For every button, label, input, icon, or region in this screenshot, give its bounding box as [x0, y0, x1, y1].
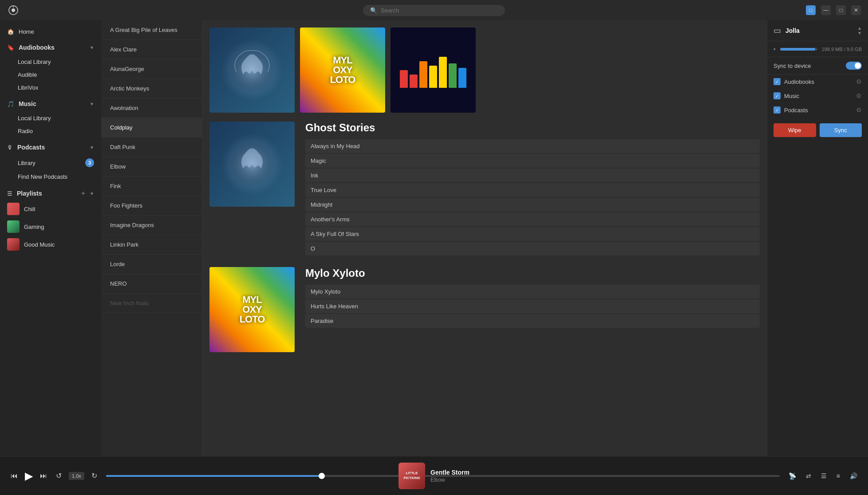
artist-item-alex-clare[interactable]: Alex Clare	[101, 40, 202, 59]
album-thumb-ghost-stories-2[interactable]	[209, 122, 295, 207]
playlist-item-gaming[interactable]: Gaming	[0, 218, 101, 236]
artist-item-imagine-dragons[interactable]: Imagine Dragons	[101, 216, 202, 235]
artist-item-arctic-monkeys[interactable]: Arctic Monkeys	[101, 79, 202, 98]
sidebar-item-find-new-podcasts[interactable]: Find New Podcasts	[18, 170, 101, 183]
now-playing-album-art: LITTLE FICTIONS	[398, 463, 425, 489]
audiobooks-gear-icon[interactable]: ⚙	[856, 78, 862, 85]
sidebar-item-radio[interactable]: Radio	[18, 125, 101, 138]
artist-item-elbow[interactable]: Elbow	[101, 157, 202, 177]
now-playing-artist: Elbow	[430, 477, 470, 483]
repeat-button[interactable]: ↻	[90, 470, 99, 482]
artist-item-alunageorge[interactable]: AlunaGeorge	[101, 59, 202, 79]
player-bar: ⏮ ▶ ⏭ ↺ 1.0x ↻ LITTLE FICTIONS Gentle St…	[0, 456, 868, 495]
sync-button[interactable]: Sync	[820, 123, 862, 137]
device-arrows: ▲ ▼	[857, 26, 862, 35]
music-check[interactable]: ✓	[773, 92, 781, 99]
device-panel-button[interactable]: □	[806, 5, 816, 15]
artist-item-daft-punk[interactable]: Daft Punk	[101, 138, 202, 157]
search-input[interactable]	[381, 7, 498, 14]
cast-button[interactable]: 📡	[787, 471, 798, 481]
ghost-stories-section: Ghost Stories Always in My Head Magic In…	[209, 122, 760, 256]
volume-button[interactable]: 🔊	[848, 471, 859, 481]
sync-to-device-row: Sync to device	[767, 57, 868, 75]
minimize-button[interactable]: —	[821, 5, 831, 15]
album-thumb-xray[interactable]	[391, 28, 476, 113]
artist-item-awolnation[interactable]: Awolnation	[101, 98, 202, 118]
device-header: ▭ Jolla ▲ ▼	[767, 20, 868, 41]
music-label: Music	[19, 100, 85, 107]
artist-item-coldplay[interactable]: Coldplay	[101, 118, 202, 138]
equalizer-button[interactable]: ≡	[835, 471, 842, 481]
sync-podcasts-label: Podcasts	[784, 107, 852, 114]
artist-item-linkin-park[interactable]: Linkin Park	[101, 235, 202, 255]
podcasts-icon: 🎙	[7, 144, 13, 151]
mylo-xyloto-title: Mylo Xyloto	[305, 267, 760, 279]
artist-item-nero[interactable]: NERO	[101, 274, 202, 294]
mylo-xyloto-tracklist: Mylo Xyloto Hurts Like Heaven Paradise	[305, 285, 760, 328]
sidebar-item-local-library-music[interactable]: Local Library	[18, 112, 101, 125]
album-thumb-mylo-2[interactable]: MYL OXY LOTO	[209, 267, 295, 352]
now-playing: LITTLE FICTIONS Gentle Storm Elbow	[398, 463, 470, 489]
queue-button[interactable]: ☰	[819, 471, 829, 481]
sidebar-section-music[interactable]: 🎵 Music ▼	[0, 96, 101, 110]
sync-buttons: Wipe Sync	[767, 117, 868, 143]
search-icon: 🔍	[370, 7, 377, 14]
storage-text: 198.9 MB / 9.0 GB	[822, 47, 862, 52]
audiobooks-submenu: Local Library Audible LibriVox	[0, 54, 101, 96]
track-midnight[interactable]: Midnight	[305, 198, 760, 212]
album-thumb-ghost-stories[interactable]	[209, 28, 295, 113]
music-gear-icon[interactable]: ⚙	[856, 92, 862, 99]
track-true-love[interactable]: True Love	[305, 183, 760, 197]
sidebar-section-podcasts[interactable]: 🎙 Podcasts ▼	[0, 139, 101, 153]
sync-option-podcasts: ✓ Podcasts ⚙	[767, 103, 868, 117]
sidebar-item-audible[interactable]: Audible	[18, 68, 101, 81]
shuffle-button[interactable]: ⇄	[804, 471, 813, 481]
sidebar-section-playlists[interactable]: ☰ Playlists + ▼	[0, 185, 101, 200]
sidebar-item-librivox[interactable]: LibriVox	[18, 81, 101, 94]
album-thumb-mylo-xyloto[interactable]: MYL OXY LOTO	[300, 28, 385, 113]
home-icon: 🏠	[7, 28, 14, 35]
maximize-button[interactable]: □	[836, 5, 846, 15]
device-name: Jolla	[785, 27, 853, 34]
track-anothers-arms[interactable]: Another's Arms	[305, 212, 760, 226]
playlist-item-good-music[interactable]: Good Music	[0, 236, 101, 253]
audiobooks-check[interactable]: ✓	[773, 78, 781, 85]
skip-back-button[interactable]: ⏮	[9, 470, 20, 482]
artist-item-lorde[interactable]: Lorde	[101, 255, 202, 274]
add-playlist-icon[interactable]: +	[81, 189, 85, 197]
track-magic[interactable]: Magic	[305, 154, 760, 168]
track-hurts-like-heaven[interactable]: Hurts Like Heaven	[305, 299, 760, 313]
sync-option-audiobooks: ✓ Audiobooks ⚙	[767, 75, 868, 89]
sync-toggle[interactable]	[846, 62, 862, 70]
wipe-button[interactable]: Wipe	[773, 123, 816, 137]
sidebar-section-audiobooks[interactable]: 🔖 Audiobooks ▼	[0, 39, 101, 54]
sync-music-label: Music	[784, 93, 852, 99]
track-o[interactable]: O	[305, 242, 760, 255]
content-area: MYL OXY LOTO	[202, 20, 767, 456]
skip-forward-button[interactable]: ⏭	[38, 470, 49, 482]
sidebar-item-home[interactable]: 🏠 Home	[0, 24, 101, 39]
albums-top-row: MYL OXY LOTO	[209, 28, 760, 113]
podcasts-check[interactable]: ✓	[773, 106, 781, 114]
replay-button[interactable]: ↺	[54, 470, 63, 482]
artist-item-great-big-pile[interactable]: A Great Big Pile of Leaves	[101, 20, 202, 40]
audiobooks-collapse-icon: ▼	[90, 45, 94, 50]
artist-item-nine-inch-nails[interactable]: Nine Inch Nails	[101, 294, 202, 313]
playlist-item-chill[interactable]: Chill	[0, 200, 101, 218]
track-ink[interactable]: Ink	[305, 169, 760, 182]
playlist-thumb-good-music	[7, 238, 20, 251]
track-mylo-xyloto[interactable]: Mylo Xyloto	[305, 285, 760, 299]
playlist-name-good-music: Good Music	[24, 241, 55, 248]
close-button[interactable]: ✕	[851, 5, 861, 15]
sidebar-item-local-library-audio[interactable]: Local Library	[18, 55, 101, 68]
artist-item-foo-fighters[interactable]: Foo Fighters	[101, 196, 202, 216]
speed-button[interactable]: 1.0x	[69, 472, 84, 480]
track-sky-full-of-stars[interactable]: A Sky Full Of Stars	[305, 227, 760, 241]
track-paradise[interactable]: Paradise	[305, 314, 760, 328]
podcasts-gear-icon[interactable]: ⚙	[856, 106, 862, 114]
track-always-in-my-head[interactable]: Always in My Head	[305, 139, 760, 153]
play-button[interactable]: ▶	[25, 470, 33, 482]
audiobooks-icon: 🔖	[7, 44, 14, 51]
sidebar-item-podcast-library[interactable]: Library 3	[18, 155, 101, 170]
artist-item-fink[interactable]: Fink	[101, 177, 202, 196]
